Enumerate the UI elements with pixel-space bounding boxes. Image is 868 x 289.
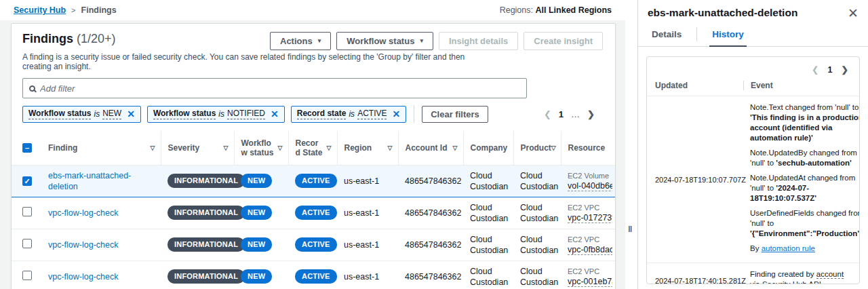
findings-card: Findings (1/20+) Actions ▾ Workflow stat… — [11, 23, 616, 289]
company-cell: Cloud Custodian — [463, 165, 513, 197]
event-cell: Note.Text changed from 'null' to 'This f… — [743, 96, 860, 263]
account-id-cell: 486547846362 — [398, 197, 463, 229]
history-table-card: ❮ 1 ❯ Updated Event 2024-07-18T19:10:07.… — [646, 56, 860, 284]
panel-tabs: Details History — [638, 22, 868, 47]
tab-history[interactable]: History — [709, 22, 747, 46]
resource-cell: EC2 Volumevol-040db6e86490 — [561, 165, 615, 197]
column-header-account-id[interactable]: Account Id▽ — [398, 131, 463, 165]
sort-icon[interactable]: ▽ — [224, 143, 231, 153]
prev-page-icon[interactable]: ❮ — [812, 64, 818, 75]
column-header-updated: Updated — [647, 81, 743, 90]
resource-link[interactable]: vpc-001eb7a16452 — [568, 277, 612, 287]
page-title: Findings (1/20+) — [22, 32, 116, 46]
event-entry: Finding created by account via Security … — [750, 269, 851, 284]
panel-title: ebs-mark-unattached-deletion — [648, 7, 797, 19]
automation-rule-link[interactable]: automation rule — [762, 244, 815, 252]
breadcrumb-security-hub-link[interactable]: Security Hub — [14, 5, 66, 15]
sort-icon[interactable]: ▽ — [453, 143, 460, 153]
clear-filters-button[interactable]: Clear filters — [422, 106, 488, 123]
table-row[interactable]: vpc-flow-log-check INFORMATIONAL NEW ACT… — [12, 197, 615, 229]
topbar: Security Hub > Findings Regions: All Lin… — [0, 0, 625, 20]
row-checkbox[interactable] — [22, 207, 32, 216]
regions-indicator: Regions: All Linked Regions — [500, 5, 612, 15]
resource-cell: EC2 VPCvpc-001eb7a16452 — [561, 261, 615, 289]
next-page-icon[interactable]: ❯ — [587, 109, 595, 119]
column-header-region[interactable]: Region▽ — [337, 131, 398, 165]
add-filter-input[interactable] — [40, 83, 520, 94]
table-row[interactable]: vpc-flow-log-check INFORMATIONAL NEW ACT… — [12, 261, 615, 289]
sort-icon[interactable]: ▽ — [278, 143, 285, 153]
history-header-row: Updated Event — [647, 79, 859, 96]
column-header-company[interactable]: Company — [463, 131, 513, 165]
row-checkbox[interactable] — [22, 271, 32, 280]
insight-details-button[interactable]: Insight details — [439, 32, 518, 50]
prev-page-icon[interactable]: ❮ — [544, 109, 551, 119]
resize-handle-icon[interactable]: ‖ — [628, 224, 632, 234]
split-panel-resize-gutter[interactable]: ‖ — [625, 0, 637, 289]
event-entry: By automation rule — [750, 244, 860, 254]
remove-filter-icon[interactable]: ✕ — [271, 109, 279, 119]
filter-chips-row: Workflow status is NEW ✕ Workflow status… — [12, 105, 615, 131]
sort-icon[interactable]: ▽ — [327, 143, 334, 153]
severity-badge: INFORMATIONAL — [167, 237, 245, 252]
breadcrumb-separator-icon: > — [71, 6, 75, 14]
product-cell: Cloud Custodian — [513, 229, 561, 261]
account-id-cell: 486547846362 — [398, 165, 463, 197]
region-cell: us-east-1 — [337, 229, 398, 261]
row-checkbox[interactable] — [22, 239, 32, 248]
record-state-badge: ACTIVE — [295, 237, 337, 252]
event-entry: UserDefinedFields changed from 'null' to… — [750, 208, 860, 239]
severity-badge: INFORMATIONAL — [167, 174, 245, 188]
sort-icon[interactable]: ▽ — [388, 143, 395, 153]
account-tooltip-text[interactable]: account — [816, 270, 844, 279]
finding-link[interactable]: vpc-flow-log-check — [48, 272, 119, 282]
remove-filter-icon[interactable]: ✕ — [127, 109, 135, 119]
remove-filter-icon[interactable]: ✕ — [392, 109, 400, 119]
sort-icon[interactable]: ▽ — [151, 143, 158, 153]
current-page[interactable]: 1 — [559, 109, 564, 119]
select-all-checkbox[interactable]: – — [22, 143, 32, 153]
history-row: 2024-07-18T19:10:07.707Z Note.Text chang… — [647, 96, 859, 263]
column-header-record-state[interactable]: Record State▽ — [288, 131, 337, 165]
region-cell: us-east-1 — [337, 261, 398, 289]
breadcrumb-current: Findings — [81, 5, 117, 15]
sort-icon[interactable]: ▽ — [551, 143, 559, 153]
workflow-status-badge: NEW — [241, 174, 272, 188]
findings-description: A finding is a security issue or failed … — [12, 50, 615, 77]
record-state-badge: ACTIVE — [295, 269, 337, 284]
workflow-status-button[interactable]: Workflow status ▾ — [336, 32, 433, 50]
finding-link[interactable]: vpc-flow-log-check — [48, 208, 119, 218]
next-page-icon[interactable]: ❯ — [842, 64, 848, 75]
finding-link[interactable]: ebs-mark-unattached-deletion — [48, 171, 131, 191]
record-state-badge: ACTIVE — [295, 206, 337, 220]
column-header-finding[interactable]: Finding▽ — [41, 131, 161, 165]
table-row[interactable]: ✓ ebs-mark-unattached-deletion INFORMATI… — [12, 165, 615, 197]
resource-link[interactable]: vol-040db6e86490 — [568, 181, 612, 191]
divider — [414, 105, 414, 123]
workflow-status-badge: NEW — [241, 206, 272, 220]
create-insight-button[interactable]: Create insight — [524, 32, 603, 50]
page-ellipsis: … — [571, 109, 580, 119]
filter-chip-workflow-notified: Workflow status is NOTIFIED ✕ — [147, 106, 285, 123]
column-header-severity[interactable]: Severity▽ — [161, 131, 234, 165]
table-row[interactable]: vpc-flow-log-check INFORMATIONAL NEW ACT… — [12, 229, 615, 261]
resource-link[interactable]: vpc-017273f3d882 — [568, 213, 612, 223]
event-entry: Note.UpdatedAt changed from 'null' to '2… — [750, 173, 860, 204]
column-header-workflow-status[interactable]: Workflow status▽ — [234, 131, 288, 165]
region-cell: us-east-1 — [337, 165, 398, 197]
current-page[interactable]: 1 — [828, 65, 833, 75]
tab-details[interactable]: Details — [649, 22, 684, 46]
actions-button[interactable]: Actions ▾ — [270, 32, 331, 50]
row-checkbox[interactable]: ✓ — [22, 176, 32, 186]
column-header-product[interactable]: Product▽ — [513, 131, 561, 165]
column-header-resource[interactable]: Resource — [561, 131, 615, 165]
event-cell: Finding created by account via Security … — [743, 263, 859, 284]
search-icon — [29, 85, 35, 92]
findings-table: – Finding▽ Severity▽ Workflow status▽ Re… — [12, 131, 615, 289]
finding-detail-panel: ebs-mark-unattached-deletion ✕ Details H… — [637, 0, 868, 289]
finding-link[interactable]: vpc-flow-log-check — [48, 240, 119, 250]
updated-timestamp: 2024-07-18T17:40:15.281Z — [647, 263, 743, 284]
close-icon[interactable]: ✕ — [848, 7, 859, 20]
resource-link[interactable]: vpc-0fb8dacf65676 — [568, 245, 612, 255]
caret-down-icon: ▾ — [318, 38, 321, 44]
